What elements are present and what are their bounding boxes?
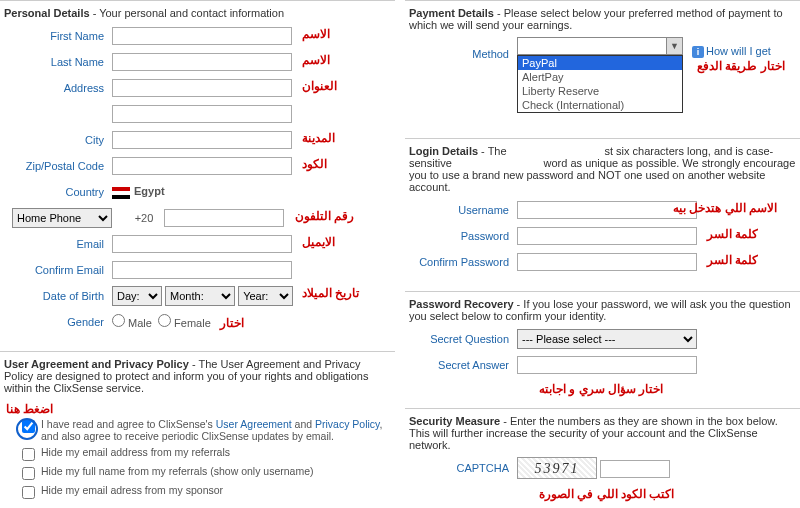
secret-question-select[interactable]: --- Please select ---: [517, 329, 697, 349]
secret-answer-label: Secret Answer: [409, 359, 517, 371]
info-icon: i: [692, 46, 704, 58]
highlight-circle-icon: [16, 418, 38, 440]
phone-code: +20: [124, 212, 164, 224]
recovery-title: Password Recovery - If you lose your pas…: [409, 298, 796, 322]
password-label: Password: [409, 230, 517, 242]
egypt-flag-icon: [112, 187, 130, 199]
username-input[interactable]: [517, 201, 697, 219]
note-firstname: الاسم: [302, 27, 330, 41]
gender-female-radio[interactable]: [158, 314, 171, 327]
password-input[interactable]: [517, 227, 697, 245]
last-name-input[interactable]: [112, 53, 292, 71]
note-phone: رقم التلفون: [295, 209, 354, 223]
confirm-email-label: Confirm Email: [4, 264, 112, 276]
hide-sponsor-checkbox[interactable]: [22, 486, 35, 499]
zip-input[interactable]: [112, 157, 292, 175]
note-username: الاسم اللي هتدخل بيه: [673, 201, 777, 215]
method-option-alertpay[interactable]: AlertPay: [518, 70, 682, 84]
city-label: City: [4, 134, 112, 146]
note-payment: اختار طريقة الدفع: [697, 59, 785, 73]
zip-label: Zip/Postal Code: [4, 160, 112, 172]
dob-year-select[interactable]: Year:: [238, 286, 293, 306]
agree-label: I have read and agree to ClixSense's Use…: [41, 418, 391, 442]
method-option-paypal[interactable]: PayPal: [518, 56, 682, 70]
captcha-input[interactable]: [600, 460, 670, 478]
method-select[interactable]: ▼: [517, 37, 683, 55]
note-zip: الكود: [302, 157, 327, 171]
agreement-title: User Agreement and Privacy Policy - The …: [4, 358, 391, 394]
note-address: العنوان: [302, 79, 337, 93]
dob-month-select[interactable]: Month:: [165, 286, 235, 306]
secret-answer-input[interactable]: [517, 356, 697, 374]
captcha-image: 53971: [517, 457, 597, 479]
privacy-policy-link[interactable]: Privacy Policy: [315, 418, 380, 430]
note-recovery: اختار سؤال سري و اجابته: [539, 382, 800, 396]
captcha-label: CAPTCHA: [409, 462, 517, 474]
address-input[interactable]: [112, 79, 292, 97]
confirm-password-input[interactable]: [517, 253, 697, 271]
secret-question-label: Secret Question: [409, 333, 517, 345]
phone-type-select[interactable]: Home Phone: [12, 208, 112, 228]
hide-name-checkbox[interactable]: [22, 467, 35, 480]
note-press-here: اضغط هنا: [6, 402, 393, 416]
note-captcha: اكتب الكود اللي في الصورة: [539, 487, 800, 501]
address-label: Address: [4, 82, 112, 94]
city-input[interactable]: [112, 131, 292, 149]
confirm-password-label: Confirm Password: [409, 256, 517, 268]
hide-email-checkbox[interactable]: [22, 448, 35, 461]
personal-title: Personal Details - Your personal and con…: [4, 7, 391, 19]
hide-name-label: Hide my full name from my referrals (sho…: [41, 465, 314, 477]
dropdown-arrow-icon: ▼: [666, 38, 682, 54]
last-name-label: Last Name: [4, 56, 112, 68]
confirm-email-input[interactable]: [112, 261, 292, 279]
login-title: Login Details - The________________st si…: [409, 145, 796, 193]
note-dob: تاريخ الميلاد: [302, 286, 359, 300]
method-dropdown[interactable]: PayPal AlertPay Liberty Reserve Check (I…: [517, 55, 683, 113]
country-value: Egypt: [134, 185, 165, 197]
username-label: Username: [409, 204, 517, 216]
email-input[interactable]: [112, 235, 292, 253]
first-name-label: First Name: [4, 30, 112, 42]
note-confirm-password: كلمة السر: [707, 253, 758, 267]
gender-label: Gender: [4, 316, 112, 328]
phone-input[interactable]: [164, 209, 284, 227]
dob-day-select[interactable]: Day:: [112, 286, 162, 306]
note-city: المدينة: [302, 131, 335, 145]
first-name-input[interactable]: [112, 27, 292, 45]
method-option-check[interactable]: Check (International): [518, 98, 682, 112]
country-label: Country: [4, 186, 112, 198]
method-option-liberty[interactable]: Liberty Reserve: [518, 84, 682, 98]
user-agreement-link[interactable]: User Agreement: [216, 418, 292, 430]
note-password: كلمة السر: [707, 227, 758, 241]
dob-label: Date of Birth: [4, 290, 112, 302]
address2-input[interactable]: [112, 105, 292, 123]
note-lastname: الاسم: [302, 53, 330, 67]
note-email: الايميل: [302, 235, 335, 249]
email-label: Email: [4, 238, 112, 250]
hide-sponsor-label: Hide my email adress from my sponsor: [41, 484, 223, 496]
security-title: Security Measure - Enter the numbers as …: [409, 415, 796, 451]
gender-male-radio[interactable]: [112, 314, 125, 327]
payment-title: Payment Details - Please select below yo…: [409, 7, 796, 31]
hide-email-label: Hide my email address from my referrals: [41, 446, 230, 458]
note-gender: اختار: [220, 316, 244, 330]
method-label: Method: [409, 48, 517, 60]
